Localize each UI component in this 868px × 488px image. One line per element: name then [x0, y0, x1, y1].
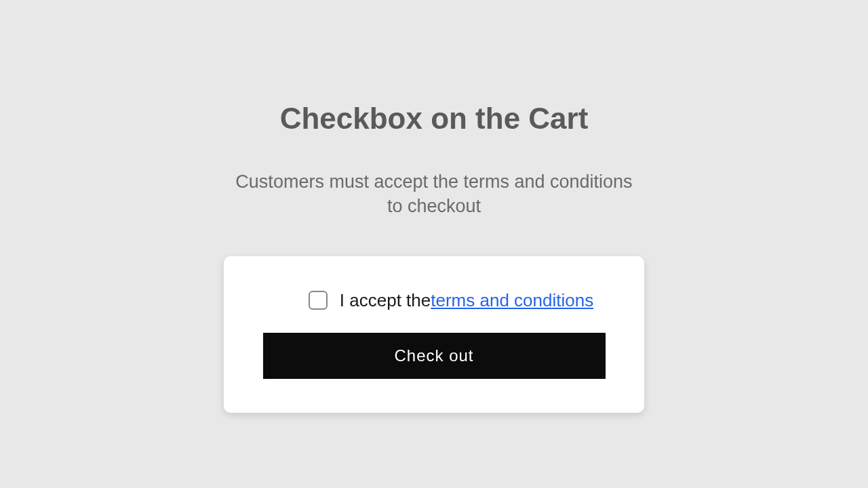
terms-and-conditions-link[interactable]: terms and conditions — [431, 290, 593, 311]
terms-card: I accept the terms and conditions Check … — [224, 256, 644, 413]
checkout-button[interactable]: Check out — [263, 333, 606, 379]
accept-row: I accept the terms and conditions — [259, 290, 609, 311]
page-subtitle: Customers must accept the terms and cond… — [231, 169, 637, 219]
page-title: Checkbox on the Cart — [280, 102, 589, 136]
accept-text-prefix: I accept the — [340, 290, 431, 311]
accept-terms-checkbox[interactable] — [309, 291, 328, 310]
